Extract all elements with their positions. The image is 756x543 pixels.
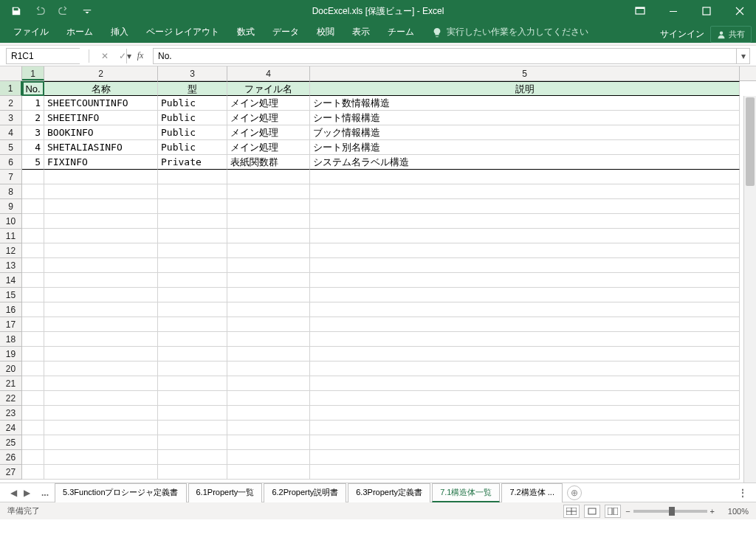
select-all-corner[interactable]	[0, 66, 22, 80]
data-cell[interactable]	[44, 362, 158, 376]
data-cell[interactable]: ブック情報構造	[310, 125, 740, 140]
page-break-view-button[interactable]	[605, 505, 621, 518]
tab-data[interactable]: データ	[264, 21, 308, 43]
data-cell[interactable]	[227, 435, 310, 450]
data-cell[interactable]	[158, 229, 227, 243]
data-cell[interactable]: BOOKINFO	[44, 125, 158, 140]
data-cell[interactable]	[44, 435, 158, 450]
data-cell[interactable]	[44, 465, 158, 480]
data-cell[interactable]: 5	[22, 155, 44, 170]
row-header[interactable]: 12	[0, 243, 22, 258]
formula-input[interactable]	[154, 49, 736, 63]
data-cell[interactable]: 1	[22, 96, 44, 111]
row-header[interactable]: 13	[0, 258, 22, 273]
data-cell[interactable]	[227, 450, 310, 465]
data-cell[interactable]	[310, 465, 740, 480]
data-cell[interactable]	[22, 170, 44, 184]
data-cell[interactable]: SHEETCOUNTINFO	[44, 96, 158, 111]
data-cell[interactable]	[227, 258, 310, 273]
header-cell[interactable]: 名称	[44, 81, 158, 96]
data-cell[interactable]	[22, 243, 44, 258]
data-cell[interactable]: FIXINFO	[44, 155, 158, 170]
data-cell[interactable]	[44, 376, 158, 391]
redo-button[interactable]	[53, 1, 74, 21]
data-cell[interactable]	[158, 184, 227, 199]
data-cell[interactable]	[158, 347, 227, 362]
tab-nav-next[interactable]: ▶	[21, 487, 32, 499]
row-header[interactable]: 15	[0, 288, 22, 302]
data-cell[interactable]	[44, 258, 158, 273]
data-cell[interactable]	[158, 199, 227, 214]
data-cell[interactable]	[310, 450, 740, 465]
save-button[interactable]	[6, 1, 27, 21]
column-header[interactable]: 2	[44, 66, 158, 80]
data-cell[interactable]	[227, 317, 310, 332]
data-cell[interactable]: シート情報構造	[310, 111, 740, 125]
data-cell[interactable]	[158, 214, 227, 229]
tab-nav-prev[interactable]: ◀	[7, 487, 19, 499]
row-header[interactable]: 11	[0, 229, 22, 243]
data-cell[interactable]	[158, 465, 227, 480]
formula-expand-icon[interactable]: ▾	[736, 49, 749, 63]
column-header[interactable]: 1	[22, 66, 44, 80]
data-cell[interactable]	[158, 170, 227, 184]
data-cell[interactable]	[44, 347, 158, 362]
data-cell[interactable]	[310, 184, 740, 199]
maximize-button[interactable]	[690, 0, 723, 22]
data-cell[interactable]	[227, 170, 310, 184]
row-header[interactable]: 23	[0, 406, 22, 421]
row-header[interactable]: 19	[0, 347, 22, 362]
data-cell[interactable]	[44, 317, 158, 332]
data-cell[interactable]	[310, 302, 740, 317]
row-header[interactable]: 27	[0, 465, 22, 480]
column-header[interactable]: 3	[158, 66, 227, 80]
data-cell[interactable]	[22, 435, 44, 450]
row-header[interactable]: 16	[0, 302, 22, 317]
data-cell[interactable]	[310, 199, 740, 214]
row-header[interactable]: 9	[0, 199, 22, 214]
tab-insert[interactable]: 挿入	[102, 21, 137, 43]
data-cell[interactable]	[158, 258, 227, 273]
data-cell[interactable]	[227, 332, 310, 347]
data-cell[interactable]: メイン処理	[227, 96, 310, 111]
data-cell[interactable]	[158, 288, 227, 302]
header-cell[interactable]: No.	[22, 81, 44, 96]
data-cell[interactable]	[227, 347, 310, 362]
data-cell[interactable]	[310, 229, 740, 243]
data-cell[interactable]	[22, 214, 44, 229]
data-cell[interactable]	[158, 332, 227, 347]
data-cell[interactable]	[158, 273, 227, 288]
data-cell[interactable]	[227, 465, 310, 480]
data-cell[interactable]	[227, 376, 310, 391]
sheet-tab[interactable]: 7.2構造体 ...	[501, 483, 563, 502]
tab-home[interactable]: ホーム	[58, 21, 102, 43]
row-header[interactable]: 26	[0, 450, 22, 465]
data-cell[interactable]	[227, 199, 310, 214]
data-cell[interactable]	[44, 214, 158, 229]
data-cell[interactable]: Public	[158, 125, 227, 140]
data-cell[interactable]: Private	[158, 155, 227, 170]
data-cell[interactable]: 4	[22, 140, 44, 155]
data-cell[interactable]	[310, 214, 740, 229]
data-cell[interactable]: メイン処理	[227, 111, 310, 125]
data-cell[interactable]	[44, 288, 158, 302]
data-cell[interactable]: メイン処理	[227, 140, 310, 155]
data-cell[interactable]	[44, 450, 158, 465]
row-header[interactable]: 21	[0, 376, 22, 391]
row-header[interactable]: 7	[0, 170, 22, 184]
data-cell[interactable]	[44, 421, 158, 435]
data-cell[interactable]	[158, 376, 227, 391]
data-cell[interactable]	[22, 258, 44, 273]
data-cell[interactable]	[158, 317, 227, 332]
data-cell[interactable]	[310, 258, 740, 273]
data-cell[interactable]: 2	[22, 111, 44, 125]
data-cell[interactable]	[22, 450, 44, 465]
data-cell[interactable]	[22, 362, 44, 376]
data-cell[interactable]	[227, 214, 310, 229]
sheet-tab[interactable]: 6.2Property説明書	[264, 483, 346, 502]
data-cell[interactable]	[22, 302, 44, 317]
row-header[interactable]: 3	[0, 111, 22, 125]
sheet-tab[interactable]: 6.3Property定義書	[348, 483, 430, 502]
data-cell[interactable]	[158, 391, 227, 406]
close-button[interactable]	[723, 0, 756, 22]
